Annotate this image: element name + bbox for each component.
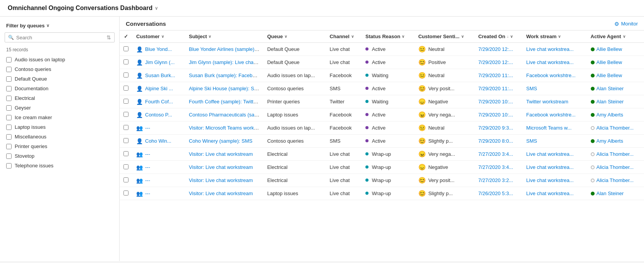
workstream-value[interactable]: Twitter workstream [526, 99, 568, 105]
queue-item[interactable]: Documentation [0, 84, 119, 93]
row-checkbox-cell[interactable] [120, 82, 132, 95]
subject-link[interactable]: Jim Glynn (sample): Live chat works... [189, 59, 263, 65]
customer-name[interactable]: Contoso P... [145, 112, 172, 118]
subject-link[interactable]: Visitor: Live chat workstream [189, 177, 253, 183]
row-checkbox[interactable] [123, 72, 128, 78]
created-value[interactable]: 7/29/2020 12:... [478, 46, 513, 52]
subject-link[interactable]: Contoso Pharmaceuticals (sample):... [189, 112, 263, 118]
row-checkbox-cell[interactable] [120, 187, 132, 200]
agent-name[interactable]: Amy Alberts [597, 138, 623, 144]
subject-link[interactable]: Visitor: Live chat workstream [189, 164, 253, 170]
row-checkbox[interactable] [123, 151, 128, 156]
agent-name[interactable]: Alicia Thomber... [597, 164, 634, 170]
created-value[interactable]: 7/29/2020 9:3... [478, 125, 513, 131]
col-workstream[interactable]: Work stream ∨ [522, 30, 587, 43]
subject-link[interactable]: Coho Winery (sample): SMS [189, 138, 252, 144]
queue-checkbox[interactable] [6, 163, 12, 169]
customer-name[interactable]: Blue Yond... [145, 46, 172, 52]
search-input[interactable] [16, 35, 106, 40]
workstream-value[interactable]: Live chat workstrea... [526, 191, 574, 196]
queue-checkbox[interactable] [6, 134, 12, 140]
agent-name[interactable]: Allie Bellew [597, 59, 622, 65]
created-value[interactable]: 7/29/2020 10:... [478, 99, 513, 105]
row-checkbox-cell[interactable] [120, 95, 132, 108]
customer-name[interactable]: --- [145, 151, 150, 157]
created-value[interactable]: 7/27/2020 3:2... [478, 177, 513, 183]
col-status[interactable]: Status Reason ∨ [362, 30, 414, 43]
customer-name[interactable]: --- [145, 164, 150, 170]
workstream-value[interactable]: Live chat workstrea... [526, 164, 574, 170]
created-value[interactable]: 7/29/2020 11:... [478, 72, 513, 78]
row-checkbox[interactable] [123, 177, 128, 182]
row-checkbox-cell[interactable] [120, 108, 132, 121]
workstream-value[interactable]: Live chat workstrea... [526, 151, 574, 157]
created-value[interactable]: 7/27/2020 3:4... [478, 164, 513, 170]
title-chevron-icon[interactable]: ∨ [155, 5, 158, 11]
row-checkbox[interactable] [123, 99, 128, 104]
col-channel[interactable]: Channel ∨ [326, 30, 362, 43]
queue-item[interactable]: Contoso queries [0, 64, 119, 74]
workstream-value[interactable]: SMS [526, 86, 537, 91]
queue-item[interactable]: Audio issues on laptop [0, 55, 119, 64]
subject-link[interactable]: Visitor: Microsoft Teams workstream [189, 125, 263, 131]
customer-name[interactable]: Fourth Cof... [145, 99, 173, 105]
agent-name[interactable]: Alan Steiner [597, 191, 624, 196]
created-value[interactable]: 7/29/2020 10:... [478, 112, 513, 118]
queue-item[interactable]: Telephone issues [0, 161, 119, 170]
queue-item[interactable]: Electrical [0, 93, 119, 103]
workstream-value[interactable]: Facebook workshtre... [526, 112, 576, 118]
agent-name[interactable]: Alan Steiner [597, 86, 624, 91]
row-checkbox-cell[interactable] [120, 121, 132, 135]
queue-item[interactable]: Laptop issues [0, 122, 119, 132]
workstream-value[interactable]: Facebook workshtre... [526, 72, 576, 78]
workstream-value[interactable]: Microsoft Teams w... [526, 125, 572, 131]
workstream-value[interactable]: SMS [526, 138, 537, 144]
workstream-value[interactable]: Live chat workstrea... [526, 59, 574, 65]
created-value[interactable]: 7/27/2020 3:4... [478, 151, 513, 157]
queue-checkbox[interactable] [6, 76, 12, 82]
row-checkbox-cell[interactable] [120, 135, 132, 148]
agent-name[interactable]: Allie Bellew [597, 46, 622, 52]
queue-checkbox[interactable] [6, 115, 12, 120]
customer-name[interactable]: Jim Glynn (... [145, 59, 175, 65]
agent-name[interactable]: Alicia Thomber... [597, 125, 634, 131]
customer-name[interactable]: Susan Burk... [145, 72, 175, 78]
subject-link[interactable]: Alpine Ski House (sample): SMS [189, 86, 262, 91]
created-value[interactable]: 7/29/2020 8:0... [478, 138, 513, 144]
row-checkbox-cell[interactable] [120, 148, 132, 161]
created-value[interactable]: 7/26/2020 5:3... [478, 191, 513, 196]
row-checkbox[interactable] [123, 86, 128, 91]
workstream-value[interactable]: Live chat workstrea... [526, 46, 574, 52]
queue-item[interactable]: Miscellaneous [0, 132, 119, 142]
agent-name[interactable]: Alicia Thomber... [597, 177, 634, 183]
agent-name[interactable]: Allie Bellew [597, 72, 622, 78]
customer-name[interactable]: --- [145, 177, 150, 183]
row-checkbox-cell[interactable] [120, 174, 132, 187]
queue-checkbox[interactable] [6, 86, 12, 91]
queue-item[interactable]: Printer queries [0, 142, 119, 151]
row-checkbox[interactable] [123, 112, 128, 117]
col-agent[interactable]: Active Agent ∨ [587, 30, 644, 43]
queue-checkbox[interactable] [6, 125, 12, 130]
filter-header[interactable]: Filter by queues ∨ [0, 21, 119, 32]
workstream-value[interactable]: Live chat workstrea... [526, 177, 574, 183]
row-checkbox[interactable] [123, 164, 128, 169]
queue-checkbox[interactable] [6, 57, 12, 62]
col-created[interactable]: Created On ↓ ∨ [474, 30, 522, 43]
subject-link[interactable]: Susan Burk (sample): Facebook wor... [189, 72, 263, 78]
subject-link[interactable]: Visitor: Live chat workstream [189, 191, 253, 196]
agent-name[interactable]: Alicia Thomber... [597, 151, 634, 157]
row-checkbox-cell[interactable] [120, 43, 132, 56]
queue-item[interactable]: Ice cream maker [0, 113, 119, 122]
created-value[interactable]: 7/29/2020 12:... [478, 59, 513, 65]
row-checkbox[interactable] [123, 59, 128, 64]
subject-link[interactable]: Blue Yonder Airlines (sample): Live c... [189, 46, 263, 52]
row-checkbox-cell[interactable] [120, 56, 132, 69]
col-customer[interactable]: Customer ∨ [132, 30, 185, 43]
queue-checkbox[interactable] [6, 105, 12, 111]
col-queue[interactable]: Queue ∨ [263, 30, 326, 43]
monitor-button[interactable]: ⚙ Monitor [614, 21, 638, 27]
subject-link[interactable]: Fourth Coffee (sample): Twitter wor... [189, 99, 263, 105]
queue-item[interactable]: Default Queue [0, 74, 119, 84]
queue-checkbox[interactable] [6, 67, 12, 72]
